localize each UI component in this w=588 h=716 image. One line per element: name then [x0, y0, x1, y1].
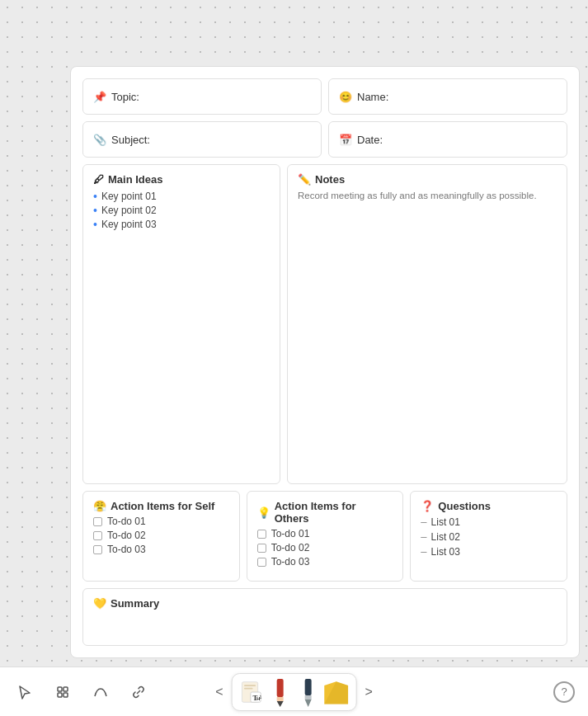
checkbox[interactable] — [257, 558, 266, 567]
svg-rect-5 — [244, 685, 256, 686]
toolbar-left-tools — [13, 681, 150, 704]
date-field[interactable]: 📅 Date: — [328, 121, 567, 158]
toolbar: < T H 1 — [0, 667, 588, 716]
name-emoji: 😊 — [339, 91, 352, 103]
list-item: Key point 03 — [93, 219, 270, 230]
main-ideas-title: 🖊 Main Ideas — [93, 173, 270, 186]
notes-title: ✏️ Notes — [298, 173, 557, 186]
toolbar-right: ? — [553, 681, 575, 703]
row-main-content: 🖊 Main Ideas Key point 01 Key point 02 K… — [82, 164, 567, 484]
svg-text:1: 1 — [259, 694, 261, 699]
date-emoji: 📅 — [339, 134, 352, 146]
svg-rect-3 — [64, 693, 68, 697]
subject-emoji: 📎 — [93, 134, 106, 146]
checkbox[interactable] — [93, 545, 102, 554]
name-label: Name: — [357, 91, 388, 103]
pen-tool[interactable] — [295, 677, 322, 707]
questions-icon: ❓ — [421, 500, 434, 512]
svg-rect-0 — [58, 687, 62, 691]
list-item: To-do 03 — [93, 544, 229, 555]
action-self-list: To-do 01 To-do 02 To-do 03 — [93, 516, 229, 555]
checkbox[interactable] — [93, 531, 102, 540]
main-ideas-list: Key point 01 Key point 02 Key point 03 — [93, 191, 270, 230]
action-self-title: 😤 Action Items for Self — [93, 500, 229, 512]
action-others-list: To-do 01 To-do 02 To-do 03 — [257, 528, 393, 568]
svg-marker-16 — [305, 700, 312, 707]
topic-field[interactable]: 📌 Topic: — [82, 78, 322, 115]
notes-icon: ✏️ — [298, 173, 311, 186]
subject-label: Subject: — [111, 134, 150, 146]
list-item: To-do 02 — [257, 542, 393, 553]
row-subject-date: 📎 Subject: 📅 Date: — [82, 121, 567, 158]
list-item: – List 02 — [421, 530, 557, 543]
list-item: Key point 02 — [93, 205, 270, 216]
nav-next-button[interactable]: > — [360, 683, 378, 701]
summary-icon: 💛 — [93, 597, 106, 610]
action-self-section[interactable]: 😤 Action Items for Self To-do 01 To-do 0… — [82, 491, 240, 582]
help-button[interactable]: ? — [553, 681, 575, 703]
svg-rect-12 — [277, 697, 284, 701]
pencil-tool[interactable] — [267, 677, 294, 707]
topic-emoji: 📌 — [93, 91, 106, 103]
main-ideas-icon: 🖊 — [93, 173, 104, 186]
row-topic-name: 📌 Topic: 😊 Name: — [82, 78, 567, 115]
action-others-section[interactable]: 💡 Action Items for Others To-do 01 To-do… — [247, 491, 404, 582]
text-tool[interactable]: T H 1 — [239, 677, 266, 707]
summary-section[interactable]: 💛 Summary — [82, 588, 567, 646]
row-actions: 😤 Action Items for Self To-do 01 To-do 0… — [82, 491, 567, 582]
checkbox[interactable] — [257, 530, 266, 539]
svg-rect-14 — [305, 679, 312, 695]
card-content: 📌 Topic: 😊 Name: 📎 Subject: 📅 Date: — [71, 67, 579, 657]
toolbar-center-panel: < T H 1 — [210, 673, 378, 711]
name-field[interactable]: 😊 Name: — [328, 78, 567, 115]
path-tool[interactable] — [89, 681, 112, 704]
questions-section[interactable]: ❓ Questions – List 01 – List 02 – List 0… — [410, 491, 567, 582]
nav-prev-button[interactable]: < — [210, 683, 228, 701]
questions-list: – List 01 – List 02 – List 03 — [421, 516, 557, 558]
svg-marker-13 — [277, 701, 284, 707]
notes-hint: Record meeting as fully and as meaningfu… — [298, 191, 557, 200]
svg-rect-11 — [277, 679, 284, 697]
note-card: Cornell Note Taking Method 📌 Topic: 😊 Na… — [70, 66, 580, 658]
list-item: To-do 01 — [257, 528, 393, 539]
action-others-icon: 💡 — [257, 506, 270, 519]
checkbox[interactable] — [93, 517, 102, 526]
svg-rect-15 — [305, 695, 312, 700]
list-item: To-do 02 — [93, 530, 229, 541]
topic-label: Topic: — [111, 91, 139, 103]
questions-title: ❓ Questions — [421, 500, 557, 512]
list-item: To-do 03 — [257, 556, 393, 568]
list-item: – List 03 — [421, 545, 557, 558]
list-item: To-do 01 — [93, 516, 229, 527]
svg-rect-1 — [64, 687, 68, 691]
notes-section[interactable]: ✏️ Notes Record meeting as fully and as … — [287, 164, 567, 484]
svg-rect-2 — [58, 693, 62, 697]
date-label: Date: — [357, 134, 383, 146]
subject-field[interactable]: 📎 Subject: — [82, 121, 322, 158]
link-tool[interactable] — [127, 681, 150, 704]
action-self-icon: 😤 — [93, 500, 106, 512]
checkbox[interactable] — [257, 544, 266, 553]
action-others-title: 💡 Action Items for Others — [257, 500, 393, 525]
shape-tool[interactable] — [323, 677, 350, 707]
frame-tool[interactable] — [51, 681, 74, 704]
list-item: Key point 01 — [93, 191, 270, 202]
svg-rect-6 — [244, 687, 253, 689]
summary-title: 💛 Summary — [93, 597, 557, 610]
cursor-tool[interactable] — [13, 681, 36, 704]
list-item: – List 01 — [421, 516, 557, 528]
main-ideas-section[interactable]: 🖊 Main Ideas Key point 01 Key point 02 K… — [82, 164, 280, 484]
center-tools-panel: T H 1 — [232, 673, 357, 711]
